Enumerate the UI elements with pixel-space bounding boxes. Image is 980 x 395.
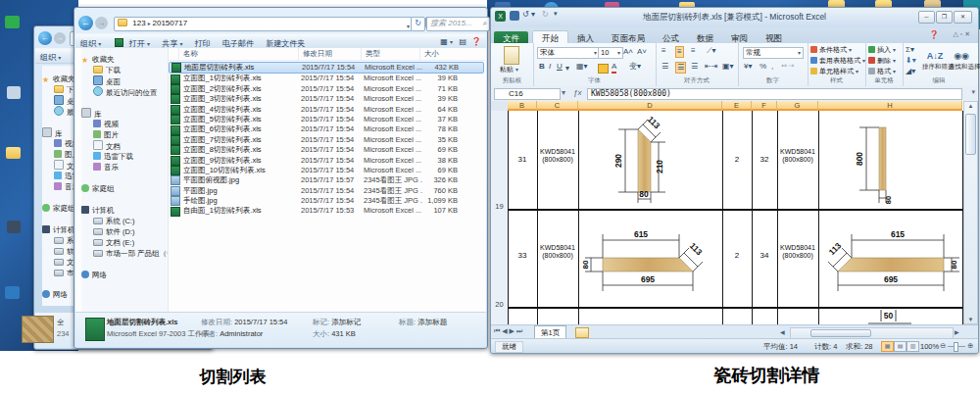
close-button[interactable]: ✕ xyxy=(954,11,972,24)
currency-icon[interactable]: ¥▾ xyxy=(744,62,752,72)
scroll-up-icon[interactable]: ▲ xyxy=(964,103,977,109)
back-button[interactable]: ← xyxy=(38,31,52,45)
sort-filter-button[interactable]: A↓Z 排序和筛选 xyxy=(922,45,948,70)
grow-font-icon[interactable]: A˄ xyxy=(623,47,633,57)
details-tags[interactable]: 标记: 添加标记 xyxy=(313,318,361,327)
file-row[interactable]: 自由面_1切割砖列表.xls2015/7/17 15:53Microsoft E… xyxy=(169,206,484,216)
file-row[interactable]: 平面图.jpg2015/7/17 15:542345看图王 JPG ...760… xyxy=(169,186,484,196)
desktop-icon[interactable] xyxy=(5,286,20,299)
align-left-icon[interactable]: ☰ xyxy=(662,62,668,72)
help-button[interactable]: ❓ xyxy=(471,34,481,49)
autosum-icon[interactable]: Σ▾ xyxy=(906,45,914,55)
search-input[interactable]: 搜索 2015... ⌕ xyxy=(426,17,490,31)
zoom-slider-thumb[interactable] xyxy=(954,342,958,352)
borders-icon[interactable]: ▦▾ xyxy=(576,62,588,72)
font-name-combo[interactable]: 宋体▾ xyxy=(537,47,600,59)
sidebar-item[interactable]: 网络 xyxy=(81,270,168,280)
zoom-out-icon[interactable]: ⊖ xyxy=(940,341,946,350)
orientation-icon[interactable]: ⟋▾ xyxy=(707,46,716,56)
sidebar-item[interactable]: 桌面 xyxy=(81,75,168,86)
cell-C20[interactable]: KWD58041(800x800) xyxy=(540,244,575,260)
file-row[interactable]: 立面图_6切割砖列表.xls2015/7/17 15:54Microsoft E… xyxy=(169,124,484,134)
name-box-dropdown-icon[interactable]: ▾ xyxy=(562,88,565,97)
font-color-icon[interactable]: A xyxy=(612,62,616,74)
align-middle-icon[interactable]: ≡ xyxy=(675,46,684,58)
paste-button[interactable]: 粘贴 ▾ xyxy=(500,65,518,74)
sidebar-item[interactable]: 最近访问的位置 xyxy=(81,86,168,97)
align-top-icon[interactable]: ≡ xyxy=(662,46,667,56)
indent-icons[interactable]: ⇤⇥ xyxy=(705,62,717,72)
cell-E19[interactable]: 2 xyxy=(722,155,752,164)
sidebar-item[interactable]: 下载 xyxy=(81,65,168,75)
details-title[interactable]: 标题: 添加标题 xyxy=(399,318,447,327)
formula-bar-expand-icon[interactable]: ▾ xyxy=(971,88,975,96)
column-header-F[interactable]: F xyxy=(752,101,777,111)
row-header-19[interactable]: 19 xyxy=(491,202,508,211)
page-layout-view-button[interactable]: ▤ xyxy=(894,341,906,352)
help-icon[interactable]: ❓ xyxy=(929,30,939,39)
sidebar-item[interactable]: 音乐 xyxy=(81,162,168,173)
column-header-type[interactable]: 类型 xyxy=(361,48,420,60)
page-break-view-button[interactable]: ▥ xyxy=(906,341,919,352)
scroll-thumb[interactable] xyxy=(965,114,976,155)
column-header-H[interactable]: H xyxy=(818,101,962,111)
file-row[interactable]: 立面图_9切割砖列表.xls2015/7/17 15:54Microsoft E… xyxy=(169,156,484,166)
cell-styles-button[interactable]: 单元格样式 ▾ xyxy=(810,67,858,76)
column-header-name[interactable]: 名称 xyxy=(178,48,291,60)
cell-F19[interactable]: 32 xyxy=(752,155,777,164)
address-dropdown-icon[interactable]: ▾ xyxy=(407,21,410,31)
file-row[interactable]: 地面层切割砖列表.xls2015/7/17 15:54Microsoft Exc… xyxy=(169,62,484,74)
organize-button[interactable]: 组织 ▾ xyxy=(35,49,66,67)
sidebar-item[interactable]: 家庭组 xyxy=(81,183,168,194)
file-row[interactable]: 平面图俯视图.jpg2015/7/17 15:572345看图王 JPG ...… xyxy=(169,175,484,185)
column-header-B[interactable]: B xyxy=(508,101,537,111)
column-header-E[interactable]: E xyxy=(722,101,752,111)
conditional-formatting-button[interactable]: 条件格式 ▾ xyxy=(810,45,852,55)
desktop-icon[interactable] xyxy=(7,221,21,233)
sidebar-item[interactable]: 视频 xyxy=(81,119,168,129)
comma-icon[interactable]: , xyxy=(771,62,773,72)
sidebar-item[interactable]: 文档 xyxy=(81,140,168,151)
italic-button[interactable]: I xyxy=(549,62,551,72)
file-row[interactable]: 立面图_4切割砖列表.xls2015/7/17 15:54Microsoft E… xyxy=(169,105,484,115)
cell-C19[interactable]: KWD58041(800x800) xyxy=(540,148,575,164)
sheet-nav-icons[interactable]: ⏮ ◀ ▶ ⏭ xyxy=(494,327,522,335)
sidebar-item[interactable]: 图片 xyxy=(81,129,168,140)
sheet-tab[interactable]: 第1页 xyxy=(534,325,566,339)
sidebar-item[interactable]: 文档 (E:) xyxy=(81,237,168,248)
sidebar-item[interactable]: 软件 (D:) xyxy=(81,226,168,237)
hscroll-right-icon[interactable]: ▶ xyxy=(955,328,959,335)
align-center-icon[interactable]: ☰ xyxy=(675,62,686,74)
cell-B19[interactable]: 31 xyxy=(508,155,537,164)
preview-pane-button[interactable]: ▤ xyxy=(459,34,466,49)
percent-icon[interactable]: % xyxy=(760,62,766,72)
hscroll-left-icon[interactable]: ◀ xyxy=(780,328,785,335)
breadcrumb-root[interactable]: 123 xyxy=(132,19,145,27)
file-row[interactable]: 立面图_7切割砖列表.xls2015/7/17 15:54Microsoft E… xyxy=(169,135,484,145)
zoom-level[interactable]: 100% xyxy=(920,342,939,351)
find-select-button[interactable]: ◉◉ 查找和选择 xyxy=(949,45,974,70)
clear-icon[interactable]: ◢▾ xyxy=(906,67,915,76)
cell-B20[interactable]: 33 xyxy=(508,251,537,260)
sidebar-item[interactable]: 市场一部 产品组（专用） xyxy=(81,248,168,259)
underline-dropdown-icon[interactable]: ▾ xyxy=(565,64,569,74)
decimal-icons[interactable]: ⁺⁰ ⁻⁰ xyxy=(781,62,794,72)
desktop-icon[interactable] xyxy=(6,147,21,159)
back-button[interactable]: ← xyxy=(78,16,93,30)
forward-button[interactable]: → xyxy=(54,32,66,44)
row-header-20[interactable]: 20 xyxy=(491,300,508,309)
align-right-icon[interactable]: ☰ xyxy=(691,62,698,72)
ribbon-minimize-icon[interactable]: △ ▫ ✕ xyxy=(953,30,970,38)
format-as-table-button[interactable]: 套用表格格式 ▾ xyxy=(810,56,865,66)
address-bar[interactable]: 123 ▸ 20150717 ▾ xyxy=(114,17,413,31)
scroll-down-icon[interactable]: ▼ xyxy=(964,317,977,322)
cell-F20[interactable]: 34 xyxy=(752,251,777,260)
hscroll-thumb[interactable] xyxy=(810,329,871,337)
cell-G19[interactable]: KWD58041(800x800) xyxy=(780,148,815,164)
column-header-G[interactable]: G xyxy=(777,101,818,111)
refresh-button[interactable]: ↻ xyxy=(411,17,425,31)
column-header-C[interactable]: C xyxy=(537,101,578,111)
vertical-scrollbar[interactable]: ▲ ▼ xyxy=(963,101,978,324)
insert-worksheet-tab[interactable] xyxy=(575,327,589,338)
breadcrumb-folder[interactable]: 20150717 xyxy=(153,19,188,27)
